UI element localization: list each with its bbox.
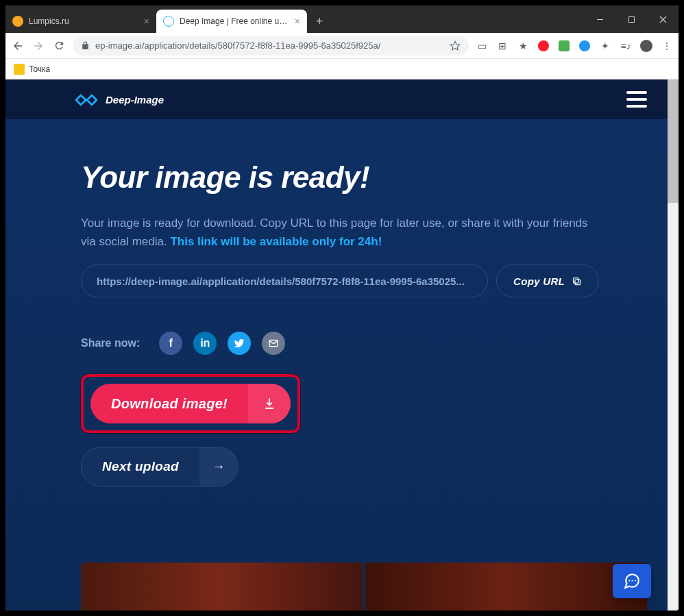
svg-point-10 <box>635 580 636 581</box>
window-controls <box>584 5 679 33</box>
translate-icon[interactable]: ⊞ <box>496 40 509 52</box>
arrow-right-icon: → <box>199 447 238 486</box>
bookmark-item[interactable]: Точка <box>29 64 50 74</box>
svg-rect-5 <box>575 280 581 285</box>
bookmark-folder-icon <box>14 64 25 75</box>
logo-icon <box>74 92 97 107</box>
back-button[interactable] <box>11 39 25 53</box>
site-header: Deep-Image <box>5 79 668 119</box>
share-url-input[interactable]: https://deep-image.ai/application/detail… <box>81 264 488 297</box>
copy-icon <box>572 276 582 286</box>
next-upload-button[interactable]: Next upload → <box>81 447 239 486</box>
address-bar: ep-image.ai/application/details/580f7572… <box>5 33 679 59</box>
tab-lumpics[interactable]: Lumpics.ru × <box>5 10 156 33</box>
puzzle-ext-icon[interactable]: ✦ <box>599 40 611 52</box>
favicon-icon <box>12 16 23 27</box>
music-ext-icon[interactable] <box>558 40 570 52</box>
annotation-highlight: Download image! <box>81 374 300 433</box>
chat-widget-icon[interactable] <box>613 564 651 598</box>
download-image-button[interactable]: Download image! <box>90 384 291 423</box>
preview-before <box>81 563 363 611</box>
url-field[interactable]: ep-image.ai/application/details/580f7572… <box>73 36 469 56</box>
page-content: Deep-Image Your image is ready! Your ima… <box>5 79 668 611</box>
tab-close-icon[interactable]: × <box>295 16 300 27</box>
preview-after <box>365 563 647 611</box>
tab-title: Deep Image | Free online upscale <box>180 16 289 26</box>
avatar-icon[interactable] <box>640 40 652 52</box>
copy-url-button[interactable]: Copy URL <box>496 264 599 297</box>
page-subtext: Your image is ready for download. Copy U… <box>81 214 599 251</box>
lock-icon <box>81 41 90 50</box>
share-label: Share now: <box>81 337 140 349</box>
svg-point-4 <box>85 99 88 101</box>
bookmark-star-icon[interactable]: ★ <box>517 40 529 52</box>
browser-window: Lumpics.ru × Deep Image | Free online up… <box>5 5 679 611</box>
reload-button[interactable] <box>52 39 66 53</box>
facebook-share-icon[interactable]: f <box>159 332 182 355</box>
svg-rect-1 <box>628 16 634 22</box>
new-tab-button[interactable]: + <box>310 12 329 31</box>
forward-button[interactable] <box>32 39 45 53</box>
opera-ext-icon[interactable] <box>537 40 550 52</box>
maximize-button[interactable] <box>615 5 647 33</box>
tab-deepimage[interactable]: Deep Image | Free online upscale × <box>156 10 307 33</box>
star-icon[interactable] <box>450 40 461 51</box>
svg-point-8 <box>628 580 630 581</box>
hamburger-menu-icon[interactable] <box>626 91 647 108</box>
share-url-row: https://deep-image.ai/application/detail… <box>81 264 599 297</box>
email-share-icon[interactable] <box>262 332 285 355</box>
tab-title: Lumpics.ru <box>29 16 138 26</box>
site-logo[interactable]: Deep-Image <box>74 92 164 107</box>
bookmarks-bar: Точка <box>5 59 679 79</box>
linkedin-share-icon[interactable]: in <box>193 332 217 355</box>
twitter-share-icon[interactable] <box>228 332 251 355</box>
image-preview-row <box>81 563 647 611</box>
titlebar: Lumpics.ru × Deep Image | Free online up… <box>5 5 679 33</box>
tab-close-icon[interactable]: × <box>144 16 149 27</box>
brand-name: Deep-Image <box>106 94 164 106</box>
svg-point-9 <box>631 580 633 581</box>
close-button[interactable] <box>647 5 679 33</box>
favicon-icon <box>163 16 174 27</box>
playlist-icon[interactable]: ≡♪ <box>620 40 632 52</box>
reader-icon[interactable]: ▭ <box>476 40 488 52</box>
share-row: Share now: f in <box>81 332 599 355</box>
minimize-button[interactable] <box>584 5 615 33</box>
scrollbar-thumb[interactable] <box>668 79 679 203</box>
extension-icons: ▭ ⊞ ★ ✦ ≡♪ ⋮ <box>476 40 673 52</box>
page-headline: Your image is ready! <box>81 160 599 195</box>
svg-rect-6 <box>574 278 579 283</box>
url-text: ep-image.ai/application/details/580f7572… <box>95 40 444 51</box>
menu-icon[interactable]: ⋮ <box>661 40 673 52</box>
download-icon <box>248 384 291 423</box>
globe-ext-icon[interactable] <box>578 40 591 52</box>
